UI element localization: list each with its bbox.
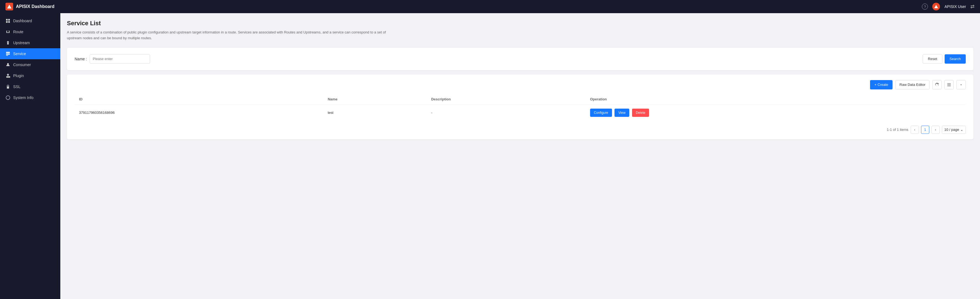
search-row: Name : Reset Search — [75, 54, 966, 64]
sidebar-item-dashboard[interactable]: Dashboard — [0, 15, 60, 26]
refresh-button[interactable] — [932, 80, 942, 89]
svg-rect-12 — [947, 86, 951, 86]
col-name: Name — [323, 94, 427, 105]
search-button[interactable]: Search — [945, 54, 966, 64]
svg-rect-1 — [8, 19, 10, 21]
sidebar-item-upstream[interactable]: Upstream — [0, 37, 60, 48]
page-size-selector[interactable]: 10 / page ⌄ — [942, 126, 966, 134]
search-card: Name : Reset Search — [67, 48, 974, 70]
prev-page-button[interactable]: ‹ — [911, 126, 919, 134]
refresh-icon — [935, 83, 939, 87]
next-page-button[interactable]: › — [931, 126, 940, 134]
sidebar-item-ssl[interactable]: SSL — [0, 81, 60, 92]
help-icon[interactable]: ? — [922, 3, 928, 10]
language-switcher[interactable]: ⇄ — [970, 3, 975, 10]
topnav-left: APISIX Dashboard — [5, 3, 54, 10]
sidebar-item-service[interactable]: Service — [0, 48, 60, 59]
upstream-icon — [5, 40, 10, 45]
sidebar: Dashboard Route Upstream Service Consume… — [0, 13, 60, 299]
consumer-icon — [5, 62, 10, 67]
column-settings-button[interactable] — [956, 80, 966, 89]
cell-description: - — [427, 105, 585, 121]
pagination: 1-1 of 1 items ‹ 1 › 10 / page ⌄ — [75, 126, 966, 134]
system-info-icon — [5, 95, 10, 100]
topnav: APISIX Dashboard ? APISIX User ⇄ — [0, 0, 980, 13]
app-logo — [5, 3, 13, 10]
raw-data-editor-button[interactable]: Raw Data Editor — [895, 80, 929, 89]
search-buttons: Reset Search — [923, 54, 966, 64]
plugin-icon — [5, 73, 10, 78]
service-table: ID Name Description Operation 3791179603… — [75, 94, 966, 121]
svg-rect-8 — [7, 86, 9, 89]
table-body: 379117960356168696 test - Configure View… — [75, 105, 966, 121]
svg-rect-10 — [947, 83, 951, 84]
sidebar-label-plugin: Plugin — [13, 73, 24, 78]
col-description: Description — [427, 94, 585, 105]
sidebar-label-dashboard: Dashboard — [13, 19, 32, 23]
table-toolbar: + Create Raw Data Editor — [75, 80, 966, 89]
search-left: Name : — [75, 54, 150, 64]
create-button[interactable]: + Create — [870, 80, 892, 89]
main-layout: Dashboard Route Upstream Service Consume… — [0, 13, 980, 299]
table-card: + Create Raw Data Editor ID Name D — [67, 75, 974, 139]
topnav-right: ? APISIX User ⇄ — [922, 3, 975, 10]
sidebar-item-route[interactable]: Route — [0, 26, 60, 37]
svg-point-13 — [961, 84, 962, 85]
density-icon — [947, 83, 951, 87]
sidebar-label-route: Route — [13, 30, 23, 34]
cell-id: 379117960356168696 — [75, 105, 323, 121]
avatar-triangle-icon — [934, 5, 938, 8]
svg-rect-6 — [6, 55, 8, 56]
page-title: Service List — [67, 20, 974, 27]
sidebar-label-ssl: SSL — [13, 84, 20, 89]
current-page-button[interactable]: 1 — [921, 126, 929, 134]
delete-button[interactable]: Delete — [632, 109, 649, 117]
svg-rect-0 — [6, 19, 8, 21]
table-header: ID Name Description Operation — [75, 94, 966, 105]
sidebar-label-consumer: Consumer — [13, 62, 31, 67]
reset-button[interactable]: Reset — [923, 54, 942, 64]
cell-operations: Configure View Delete — [586, 105, 966, 121]
page-description: A service consists of a combination of p… — [67, 30, 396, 41]
username-label: APISIX User — [944, 5, 966, 9]
content-area: Service List A service consists of a com… — [60, 13, 980, 299]
svg-rect-2 — [6, 21, 8, 23]
dashboard-icon — [5, 18, 10, 23]
svg-point-9 — [6, 96, 10, 100]
col-id: ID — [75, 94, 323, 105]
svg-rect-4 — [6, 52, 10, 53]
sidebar-label-service: Service — [13, 52, 26, 56]
chevron-down-icon: ⌄ — [960, 127, 963, 132]
svg-rect-11 — [947, 84, 951, 85]
sidebar-item-consumer[interactable]: Consumer — [0, 59, 60, 70]
svg-rect-5 — [6, 54, 10, 54]
configure-button[interactable]: Configure — [590, 109, 612, 117]
app-title: APISIX Dashboard — [16, 4, 54, 9]
service-icon — [5, 51, 10, 56]
column-settings-icon — [959, 83, 963, 87]
cell-name: test — [323, 105, 427, 121]
view-button[interactable]: View — [614, 109, 629, 117]
sidebar-label-system-info: System Info — [13, 95, 33, 100]
name-label: Name : — [75, 57, 87, 61]
svg-rect-3 — [8, 21, 10, 23]
ssl-icon — [5, 84, 10, 89]
table-row: 379117960356168696 test - Configure View… — [75, 105, 966, 121]
settings-density-button[interactable] — [944, 80, 954, 89]
route-icon — [5, 29, 10, 34]
name-search-input[interactable] — [90, 54, 150, 64]
user-avatar — [932, 3, 940, 10]
col-operation: Operation — [586, 94, 966, 105]
logo-triangle-icon — [7, 5, 11, 8]
sidebar-label-upstream: Upstream — [13, 41, 30, 45]
sidebar-item-plugin[interactable]: Plugin — [0, 70, 60, 81]
sidebar-item-system-info[interactable]: System Info — [0, 92, 60, 103]
pagination-summary: 1-1 of 1 items — [887, 127, 908, 132]
